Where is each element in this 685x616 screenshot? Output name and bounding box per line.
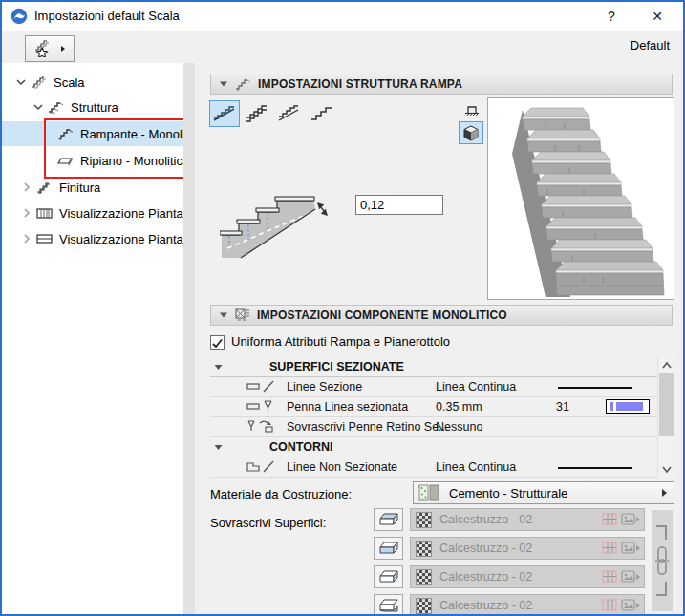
row-label: Penna Linea sezionata bbox=[287, 400, 408, 414]
pen-color-sample[interactable] bbox=[606, 399, 650, 414]
surface-override-dropdown[interactable]: Calcestruzzo - 02 bbox=[410, 537, 645, 560]
window-title: Impostazioni default Scala bbox=[34, 9, 180, 23]
steps-only-icon bbox=[310, 105, 334, 122]
table-row-sovrascrivi-penne[interactable]: Sovrascrivi Penne Retino Se... Nessuno bbox=[210, 417, 657, 437]
uncut-line-icon bbox=[246, 459, 277, 474]
line-type-sample[interactable] bbox=[558, 467, 632, 469]
default-label[interactable]: Default bbox=[631, 38, 670, 53]
table-row-linee-non-sezionate[interactable]: Linee Non Sezionate Linea Continua bbox=[210, 457, 657, 478]
cut-line-icon bbox=[246, 379, 277, 393]
section-view-icon bbox=[36, 233, 54, 244]
texture-grid-icon bbox=[602, 570, 617, 584]
favorites-button[interactable] bbox=[25, 35, 75, 62]
row-value[interactable]: Linea Continua bbox=[436, 380, 516, 393]
image-icon bbox=[621, 570, 636, 584]
tree-item-label: Visualizzazione Pianta Co bbox=[59, 232, 203, 246]
flyout-arrow-icon bbox=[636, 603, 640, 608]
surface-value: Calcestruzzo - 02 bbox=[439, 599, 602, 612]
table-group-row[interactable]: SUPERFICI SEZIONATE bbox=[210, 357, 657, 377]
tree-item-label: Scala bbox=[54, 75, 85, 90]
concrete-swatch bbox=[416, 569, 432, 585]
tree-item-scala[interactable]: Scala bbox=[2, 70, 197, 95]
stair-3d-preview[interactable] bbox=[487, 97, 674, 300]
image-icon bbox=[621, 542, 636, 555]
tree-item-finitura[interactable]: Finitura bbox=[2, 175, 203, 200]
pen-index[interactable]: 31 bbox=[556, 400, 569, 414]
material-label: Materiale da Costruzione: bbox=[210, 487, 352, 501]
row-label: Linee Sezione bbox=[287, 380, 362, 393]
surface-front-face-button[interactable] bbox=[374, 537, 403, 560]
row-value[interactable]: Nessuno bbox=[436, 420, 482, 434]
texture-grid-icon bbox=[602, 542, 617, 555]
group-title: CONTORNI bbox=[269, 440, 332, 454]
cube-front-face-icon bbox=[378, 541, 399, 556]
table-row-penna-sezionata[interactable]: Penna Linea sezionata 0.35 mm 31 bbox=[210, 397, 657, 417]
chevron-down-icon[interactable] bbox=[32, 101, 44, 113]
row-value[interactable]: 0.35 mm bbox=[436, 400, 482, 414]
table-row-linee-sezione[interactable]: Linee Sezione Linea Continua bbox=[210, 377, 657, 397]
structure-type-none-button[interactable] bbox=[307, 100, 337, 127]
symbol-view-button[interactable] bbox=[460, 99, 483, 120]
checkmark-icon bbox=[211, 337, 224, 350]
chevron-down-icon[interactable] bbox=[15, 76, 27, 88]
line-type-sample[interactable] bbox=[558, 387, 632, 389]
structure-type-monolithic-button[interactable] bbox=[209, 100, 240, 127]
ramp-structure-icon bbox=[235, 78, 251, 91]
table-group-row[interactable]: CONTORNI bbox=[210, 437, 657, 457]
support-symbol-icon bbox=[464, 103, 480, 117]
material-value: Cemento - Strutturale bbox=[449, 486, 662, 500]
uniform-attributes-label[interactable]: Uniforma Attributi Rampa e Pianerottolo bbox=[231, 334, 450, 349]
surface-override-dropdown[interactable]: Calcestruzzo - 02 bbox=[410, 594, 645, 616]
structure-type-thin-slab-button[interactable] bbox=[274, 100, 305, 127]
building-material-dropdown[interactable]: Cemento - Strutturale bbox=[413, 481, 674, 504]
override-pen-icon bbox=[246, 419, 277, 434]
cube-side-face-icon bbox=[378, 569, 399, 584]
close-button[interactable]: ✕ bbox=[641, 2, 674, 31]
tree-item-struttura[interactable]: Struttura bbox=[2, 95, 214, 119]
structure-section-header[interactable]: IMPOSTAZIONI STRUTTURA RAMPA bbox=[210, 74, 673, 95]
help-button[interactable]: ? bbox=[595, 2, 628, 31]
collapse-arrow-icon[interactable] bbox=[219, 311, 228, 319]
cut-pen-icon bbox=[246, 399, 277, 414]
surface-override-dropdown[interactable]: Calcestruzzo - 02 bbox=[410, 565, 645, 588]
structure-type-stepped-button[interactable] bbox=[242, 100, 272, 127]
chain-link-icon bbox=[654, 517, 670, 605]
link-surfaces-button[interactable] bbox=[652, 510, 673, 611]
collapse-arrow-icon[interactable] bbox=[219, 80, 228, 88]
component-section-header[interactable]: IMPOSTAZIONI COMPONENTE MONOLITICO bbox=[210, 305, 673, 326]
chevron-right-icon[interactable] bbox=[21, 181, 32, 193]
scroll-down-icon[interactable] bbox=[661, 463, 673, 475]
slab-thickness-diagram bbox=[220, 187, 353, 266]
slab-thickness-input[interactable] bbox=[355, 195, 443, 215]
chevron-right-icon[interactable] bbox=[21, 233, 32, 244]
panel-splitter[interactable] bbox=[183, 63, 195, 614]
surface-override-dropdown[interactable]: Calcestruzzo - 02 bbox=[410, 508, 645, 531]
scrollbar-thumb[interactable] bbox=[659, 373, 674, 436]
surface-side-face-button[interactable] bbox=[374, 565, 403, 588]
collapse-arrow-icon[interactable] bbox=[214, 364, 223, 371]
landing-slab-icon bbox=[57, 155, 75, 166]
preview-3d-button[interactable] bbox=[459, 121, 483, 144]
surface-value: Calcestruzzo - 02 bbox=[439, 513, 602, 526]
texture-grid-icon bbox=[602, 599, 617, 612]
scroll-up-icon[interactable] bbox=[661, 360, 673, 372]
flyout-arrow-icon bbox=[636, 574, 640, 580]
chevron-right-icon[interactable] bbox=[21, 207, 32, 219]
row-value[interactable]: Linea Continua bbox=[436, 460, 516, 474]
surface-top-face-button[interactable] bbox=[374, 508, 403, 531]
concrete-swatch bbox=[416, 541, 432, 557]
surface-bottom-face-button[interactable] bbox=[374, 594, 403, 616]
tree-item-visualizzazione-pianta-co[interactable]: Visualizzazione Pianta Co bbox=[2, 226, 203, 251]
table-scrollbar[interactable] bbox=[657, 357, 675, 478]
thin-slab-stair-icon bbox=[277, 105, 302, 122]
flyout-arrow-icon bbox=[636, 517, 640, 522]
dropdown-arrow-icon bbox=[662, 489, 667, 497]
row-label: Sovrascrivi Penne Retino Se... bbox=[287, 420, 449, 434]
flyout-arrow-icon bbox=[60, 45, 66, 53]
tree-item-visualizzazione-pianta[interactable]: Visualizzazione Pianta bbox=[2, 201, 203, 225]
uniform-attributes-checkbox[interactable] bbox=[210, 335, 225, 350]
surface-value: Calcestruzzo - 02 bbox=[439, 542, 602, 555]
flyout-arrow-icon bbox=[636, 545, 640, 551]
dialog-window: Impostazioni default Scala ? ✕ Default S… bbox=[0, 0, 685, 616]
collapse-arrow-icon[interactable] bbox=[214, 444, 223, 451]
